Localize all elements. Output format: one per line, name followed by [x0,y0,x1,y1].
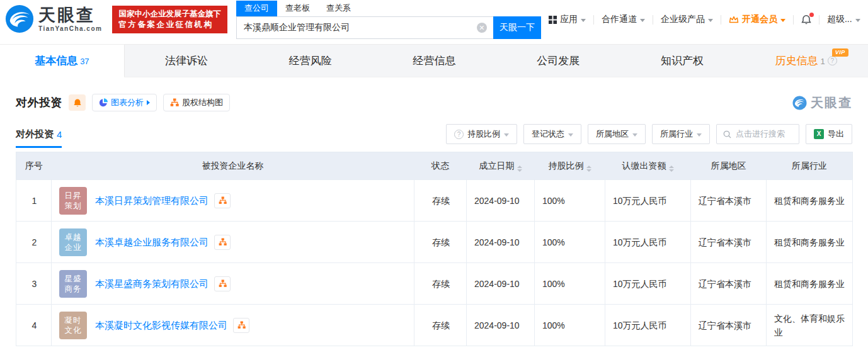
column-header-成立日期[interactable]: 成立日期 [467,152,535,180]
column-header-所属地区: 所属地区 [691,152,767,180]
nav-item-开通会员[interactable]: 开通会员 [721,14,793,25]
column-header-持股比例[interactable]: 持股比例 [535,152,605,180]
cell-industry: 租赁和商务服务业 [767,180,853,222]
chevron-right-icon [147,100,150,105]
company-avatar: 星盛商务 [59,270,87,298]
chevron-down-icon [640,19,645,22]
chevron-down-icon [780,19,785,22]
cell-region: 辽宁省本溪市 [691,263,767,305]
filter-label: 持股比例 [467,128,500,140]
tab-label: 经营风险 [289,54,332,68]
tab-公司发展[interactable]: 公司发展 [496,45,620,77]
equity-structure-mini-button[interactable] [214,235,231,250]
cell-company: 日昇策划本溪日昇策划管理有限公司 [52,180,414,222]
nav-item-应用[interactable]: 应用 [541,14,593,25]
filter-label: 登记状态 [532,128,564,140]
company-name-link[interactable]: 本溪卓越企业服务有限公司 [95,235,208,249]
section-title: 对外投资 [16,95,62,110]
cell-amount: 10万元人民币 [605,263,691,305]
cell-region: 辽宁省本溪市 [691,180,767,222]
company-search-input[interactable] [236,16,493,39]
notification-dot [809,13,814,17]
equity-structure-mini-button[interactable] [233,318,249,333]
tab-label: 基本信息 [35,54,77,68]
table-header-row: 序号被投资企业名称状态成立日期持股比例认缴出资额所属地区所属行业 [16,152,853,180]
cell-region: 辽宁省本溪市 [691,222,767,263]
filter-所属行业[interactable]: 所属行业 [652,124,710,144]
column-header-认缴出资额[interactable]: 认缴出资额 [605,152,691,180]
cell-region: 辽宁省本溪市 [691,305,767,346]
sort-icon[interactable] [669,166,674,172]
nav-item-合作通道[interactable]: 合作通道 [594,14,653,25]
equity-structure-mini-button[interactable] [214,193,231,208]
nav-item-企业级产品[interactable]: 企业级产品 [653,14,721,25]
tab-历史信息[interactable]: 历史信息1?VIP [744,45,868,77]
header-nav: 应用合作通道企业级产品开通会员超级... [541,14,868,25]
filter-登记状态[interactable]: 登记状态 [523,124,581,144]
clear-search-icon[interactable]: ✕ [477,23,487,33]
company-name-link[interactable]: 本溪星盛商务策划有限公司 [95,277,208,291]
org-chart-icon [219,279,227,288]
org-chart-icon [237,321,246,329]
sort-icon[interactable] [586,166,591,172]
chevron-down-icon [632,133,637,137]
nav-item-notifications[interactable] [794,14,819,25]
column-header-序号: 序号 [16,152,52,180]
export-button[interactable]: X 导出 [806,124,852,144]
cell-status: 存续 [414,180,467,222]
filter-label: 所属地区 [596,128,629,140]
equity-structure-mini-button[interactable] [214,276,231,291]
cell-amount: 10万元人民币 [605,305,691,346]
tab-label: 知识产权 [661,54,704,68]
search-icon [723,130,731,138]
nav-item-超级...[interactable]: 超级... [819,14,868,25]
company-name-link[interactable]: 本溪凝时文化影视传媒有限公司 [95,318,227,332]
tab-基本信息[interactable]: 基本信息37 [0,45,125,77]
badge-line2: 官方备案企业征信机构 [118,20,221,30]
cell-ratio: 100% [535,222,605,263]
pie-chart-icon [99,98,108,107]
tab-label: 公司发展 [537,54,580,68]
column-header-被投资企业名称: 被投资企业名称 [52,152,414,180]
search-submit-button[interactable]: 天眼一下 [493,16,541,39]
chevron-down-icon [568,133,573,137]
tab-知识产权[interactable]: 知识产权 [620,45,745,77]
org-chart-icon [219,238,227,246]
monitor-bell-button[interactable] [69,94,86,111]
column-header-label: 被投资企业名称 [202,161,264,171]
table-search-input[interactable]: 点击进行搜索 [716,124,799,144]
cell-index: 1 [16,180,52,222]
company-name-link[interactable]: 本溪日昇策划管理有限公司 [95,194,208,208]
tab-法律诉讼[interactable]: 法律诉讼 [125,45,249,77]
column-header-所属行业: 所属行业 [767,152,853,180]
cell-index: 4 [16,305,52,346]
filter-toolbar: ?持股比例登记状态所属地区所属行业 点击进行搜索 X 导出 [446,124,852,144]
cell-amount: 10万元人民币 [605,222,691,263]
tianyancha-logo[interactable]: 天眼查 TianYanCha.com [5,4,102,35]
search-tab-查老板[interactable]: 查老板 [277,1,318,16]
column-header-label: 状态 [431,161,449,171]
search-tab-查关系[interactable]: 查关系 [318,1,359,16]
help-icon[interactable]: ? [828,56,837,65]
tab-label: 法律诉讼 [165,54,208,68]
filter-所属地区[interactable]: 所属地区 [588,124,646,144]
cell-date: 2024-09-10 [467,222,535,263]
equity-structure-button[interactable]: 股权结构图 [163,94,230,111]
column-header-label: 所属行业 [792,161,827,171]
cell-industry: 租赁和商务服务业 [767,263,853,305]
bell-icon [73,98,82,108]
cell-index: 3 [16,263,52,305]
chart-analysis-button[interactable]: 图表分析 [92,94,157,111]
sort-icon[interactable] [517,166,522,172]
tab-经营风险[interactable]: 经营风险 [248,45,372,77]
cell-ratio: 100% [535,305,605,346]
subtab-outbound-investment[interactable]: 对外投资 4 [16,120,62,148]
tab-经营信息[interactable]: 经营信息 [372,45,496,77]
cell-index: 2 [16,222,52,263]
filter-持股比例[interactable]: ?持股比例 [446,124,517,144]
search-tab-查公司[interactable]: 查公司 [236,1,277,16]
column-header-label: 成立日期 [479,161,515,171]
tab-label: 经营信息 [413,54,456,68]
column-header-label: 持股比例 [549,161,584,171]
cell-industry: 文化、体育和娱乐业 [767,305,853,346]
